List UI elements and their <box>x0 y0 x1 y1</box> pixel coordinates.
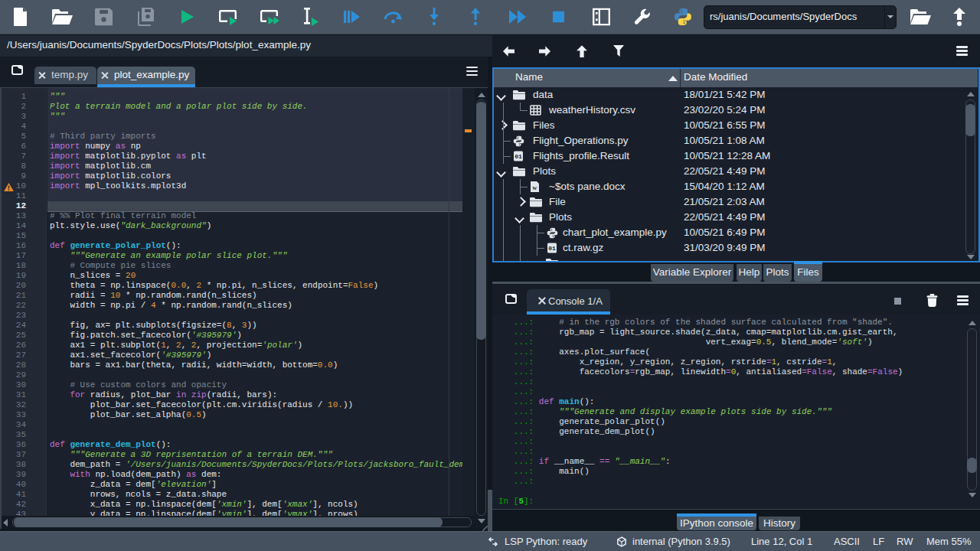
svg-text:01: 01 <box>514 153 522 160</box>
svg-text:w: w <box>533 184 537 191</box>
svg-text:01: 01 <box>548 245 556 252</box>
